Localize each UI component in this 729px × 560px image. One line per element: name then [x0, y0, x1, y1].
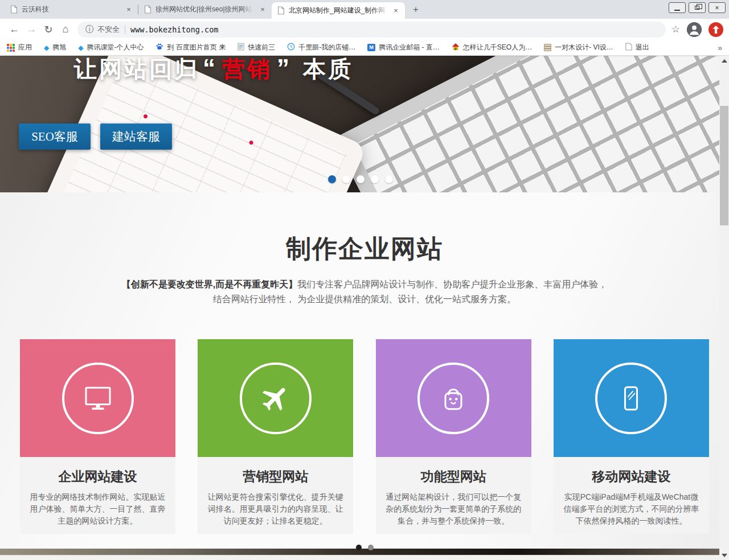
bookmark-kuaisu[interactable]: 快速前三 [237, 43, 275, 52]
page-bottom-strip [0, 555, 719, 560]
bookmark-exit[interactable]: 退出 [625, 43, 649, 52]
bookmark-star-icon[interactable]: ☆ [671, 23, 680, 35]
tab-close-icon[interactable]: × [258, 5, 267, 14]
tab-title: 北京网站制作_网站建设_制作网 [289, 6, 387, 15]
carousel-dot[interactable] [385, 175, 393, 183]
tab-beijing-active[interactable]: 北京网站制作_网站建设_制作网 × [272, 2, 405, 19]
shopping-bag-icon [417, 363, 489, 434]
pager-dot[interactable] [356, 545, 362, 550]
tab-yunwo[interactable]: 云沃科技 × [5, 0, 138, 19]
seo-service-button[interactable]: SEO客服 [19, 123, 91, 150]
hero-headline: 让网站回归“营销”本质 [74, 56, 353, 85]
tab-xuzhou-seo[interactable]: 徐州网站优化|徐州seo|徐州网站 × [138, 0, 272, 19]
apps-grid-icon [7, 44, 15, 52]
card-text: 移动网站建设 实现PC端iPad端M手机端及WeChat微信端多平台的浏览方式，… [554, 457, 709, 534]
bookmark-label: 怎样让几千SEO人为… [463, 43, 532, 52]
back-icon[interactable]: ← [6, 21, 23, 38]
tab-close-icon[interactable]: × [124, 5, 133, 14]
info-icon[interactable]: ⓘ [85, 24, 93, 35]
bookmark-label: 腾讯企业邮箱 - 直… [379, 43, 440, 52]
card-functional-website[interactable]: 功能型网站 通过网站架构设计，我们可以把一个复杂的系统划分为一套更简单的子系统的… [376, 339, 531, 534]
new-tab-button[interactable]: + [408, 2, 423, 17]
scroll-down-arrow[interactable] [719, 550, 729, 560]
card-color-block [198, 339, 353, 457]
carousel-dot[interactable] [342, 175, 350, 183]
house-icon [452, 43, 460, 52]
browser-update-icon[interactable] [708, 22, 723, 37]
bookmark-apps[interactable]: 应用 [7, 43, 32, 52]
close-button[interactable]: × [708, 2, 726, 13]
bookmark-label: 应用 [18, 43, 32, 52]
tab-close-icon[interactable]: × [391, 6, 400, 15]
gem-icon: ◆ [44, 44, 49, 51]
section-title: 制作企业网站 [0, 232, 729, 266]
restore-button[interactable] [689, 2, 706, 13]
mail-monogram-icon: M [367, 44, 375, 51]
card-title: 移动网站建设 [562, 457, 701, 485]
gem-icon: ◆ [78, 44, 83, 51]
section-subtitle: 【创新不是要改变世界,而是不再重复昨天】我们专注客户品牌网站设计与制作、协助客户… [120, 277, 609, 307]
card-text: 营销型网站 让网站更符合搜索引擎优化、提升关键词排名。用更具吸引力的内容呈现、让… [198, 457, 353, 534]
pager-dot[interactable] [368, 545, 374, 550]
bookmark-label: 一对木设计- VI设… [555, 43, 613, 52]
tab-title: 云沃科技 [22, 5, 120, 14]
card-description: 通过网站架构设计，我们可以把一个复杂的系统划分为一套更简单的子系统的集合，并与整… [384, 491, 523, 527]
profile-avatar-icon[interactable] [687, 22, 702, 37]
page-outline-icon [625, 43, 632, 52]
scroll-up-arrow[interactable] [719, 56, 729, 65]
minimize-icon [674, 10, 680, 11]
quote-open: “ [203, 56, 218, 82]
card-title: 企业网站建设 [28, 457, 167, 485]
bookmark-tencent-classroom[interactable]: ◆ 腾讯课堂-个人中心 [78, 43, 144, 52]
site-build-service-button[interactable]: 建站客服 [100, 123, 172, 150]
card-mobile-website[interactable]: 移动网站建设 实现PC端iPad端M手机端及WeChat微信端多平台的浏览方式，… [554, 339, 709, 534]
card-marketing-website[interactable]: 营销型网站 让网站更符合搜索引擎优化、提升关键词排名。用更具吸引力的内容呈现、让… [198, 339, 353, 534]
headline-prefix: 让网站回归 [74, 56, 199, 81]
card-corporate-website[interactable]: 企业网站建设 用专业的网络技术制作网站。实现贴近用户体验、简单大方、一目了然、直… [20, 339, 175, 534]
bookmarks-bar: 应用 ◆ 腾旭 ◆ 腾讯课堂-个人中心 到 百度图片首页 来 快速前三 千里眼-… [0, 40, 729, 56]
card-color-block [20, 339, 175, 457]
wood-design-icon [544, 44, 551, 51]
monitor-icon [62, 363, 134, 434]
card-title: 营销型网站 [206, 457, 345, 485]
bookmark-tengxu[interactable]: ◆ 腾旭 [44, 43, 66, 52]
triangle-up-icon [722, 59, 727, 63]
browser-toolbar: ← → ↻ ⌂ ⓘ 不安全 www.bokezhitong.com ☆ [0, 19, 729, 40]
bookmark-yiduimu-design[interactable]: 一对木设计- VI设… [544, 43, 613, 52]
bookmark-label: 千里眼-我的店铺… [298, 43, 355, 52]
bookmark-baidu-images[interactable]: 到 百度图片首页 来 [155, 43, 226, 52]
bookmark-label: 退出 [636, 43, 649, 52]
minimize-button[interactable] [669, 2, 686, 13]
bookmark-qianliyan[interactable]: 千里眼-我的店铺… [287, 43, 355, 52]
carousel-dot[interactable] [371, 175, 379, 183]
quote-close: ” [277, 56, 292, 82]
clock-icon [287, 43, 295, 52]
forward-icon[interactable]: → [23, 21, 40, 38]
triangle-down-icon [722, 554, 727, 557]
bookmark-seo-article[interactable]: 怎样让几千SEO人为… [452, 43, 532, 52]
bookmark-label: 腾讯课堂-个人中心 [87, 43, 144, 52]
subtitle-bold: 【创新不是要改变世界,而是不再重复昨天】 [122, 279, 297, 289]
page-favicon-icon [277, 6, 285, 15]
reload-icon[interactable]: ↻ [40, 21, 57, 38]
carousel-dot[interactable] [328, 175, 336, 183]
bookmark-tencent-exmail[interactable]: M 腾讯企业邮箱 - 直… [367, 43, 440, 52]
card-description: 实现PC端iPad端M手机端及WeChat微信端多平台的浏览方式，不同的分辨率下… [562, 491, 701, 527]
headline-suffix: 本质 [303, 56, 353, 81]
home-icon[interactable]: ⌂ [57, 21, 74, 38]
address-bar[interactable]: ⓘ 不安全 www.bokezhitong.com [77, 22, 666, 38]
scrollbar-thumb[interactable] [720, 106, 728, 225]
vertical-scrollbar[interactable] [719, 56, 729, 560]
bookmarks-overflow-icon[interactable]: » [718, 43, 722, 52]
services-section: 制作企业网站 【创新不是要改变世界,而是不再重复昨天】我们专注客户品牌网站设计与… [0, 192, 729, 549]
page-viewport: 让网站回归“营销”本质 SEO客服 建站客服 制作企业网站 【创新不是要改变世界… [0, 56, 729, 560]
document-lines-icon [237, 43, 244, 52]
carousel-dot[interactable] [357, 175, 364, 183]
tab-title: 徐州网站优化|徐州seo|徐州网站 [155, 5, 254, 14]
bookmark-label: 到 百度图片首页 来 [167, 43, 226, 52]
page-favicon-icon [10, 5, 18, 14]
url-text[interactable]: www.bokezhitong.com [130, 25, 218, 34]
card-text: 企业网站建设 用专业的网络技术制作网站。实现贴近用户体验、简单大方、一目了然、直… [20, 457, 175, 534]
hero-banner: 让网站回归“营销”本质 SEO客服 建站客服 [0, 56, 729, 192]
hero-carousel-dots [328, 175, 393, 183]
